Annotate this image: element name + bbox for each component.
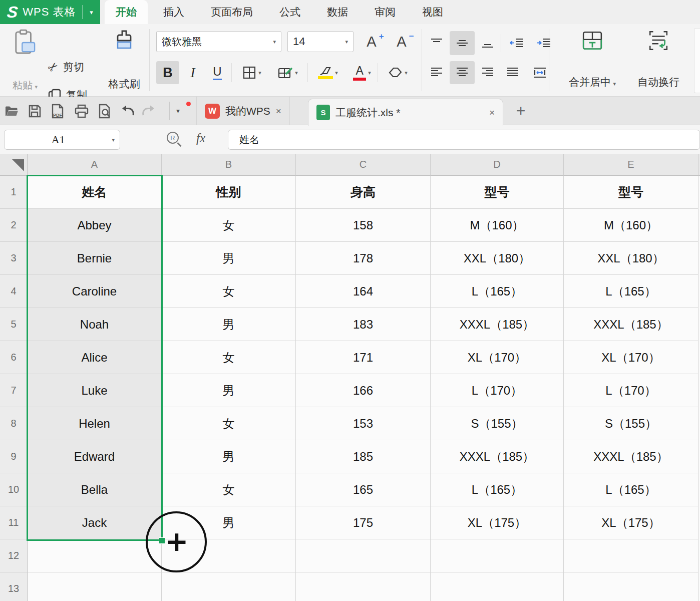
font-color-button[interactable]: A ▾ xyxy=(347,61,377,84)
clear-format-chevron-down-icon[interactable]: ▾ xyxy=(405,70,408,76)
row-header-13[interactable]: 13 xyxy=(0,572,28,601)
cell-C6[interactable]: 171 xyxy=(296,341,431,374)
font-size-select[interactable]: 14 ▾ xyxy=(287,31,354,52)
cell-A6[interactable]: Alice xyxy=(28,341,162,374)
cell-C11[interactable]: 175 xyxy=(296,506,431,539)
cell-E8[interactable]: S（155） xyxy=(564,407,698,440)
column-header-D[interactable]: D xyxy=(431,154,564,176)
select-all-button[interactable] xyxy=(0,154,28,176)
cell-E9[interactable]: XXXL（185） xyxy=(564,440,698,473)
font-name-chevron-down-icon[interactable]: ▾ xyxy=(273,39,276,45)
cell-A1[interactable]: 姓名 xyxy=(28,176,162,209)
row-header-5[interactable]: 5 xyxy=(0,308,28,341)
print-preview-button[interactable] xyxy=(97,104,112,119)
font-name-select[interactable]: 微软雅黑 ▾ xyxy=(156,31,281,52)
cell-C7[interactable]: 166 xyxy=(296,374,431,407)
cell-D7[interactable]: L（170） xyxy=(431,374,564,407)
highlight-chevron-down-icon[interactable]: ▾ xyxy=(335,70,338,76)
undo-button[interactable] xyxy=(120,104,135,119)
app-menu-chevron-down-icon[interactable]: ▾ xyxy=(82,5,100,19)
column-header-B[interactable]: B xyxy=(162,154,296,176)
cell-C9[interactable]: 185 xyxy=(296,440,431,473)
row-header-6[interactable]: 6 xyxy=(0,341,28,374)
cell-B9[interactable]: 男 xyxy=(162,440,296,473)
save-button[interactable] xyxy=(27,104,42,119)
doc-tab-document[interactable]: S 工服统计.xls * × xyxy=(308,99,503,126)
cell-D4[interactable]: L（165） xyxy=(431,275,564,308)
borders-button[interactable]: ▾ xyxy=(236,61,267,84)
decrease-font-button[interactable]: A− xyxy=(392,30,419,53)
close-icon[interactable]: × xyxy=(489,107,495,118)
merge-center-chevron-down-icon[interactable]: ▾ xyxy=(613,81,616,87)
cell-A12[interactable] xyxy=(28,539,162,572)
cell-D3[interactable]: XXL（180） xyxy=(431,242,564,275)
clear-format-button[interactable]: ▾ xyxy=(382,61,414,84)
paste-button[interactable]: 粘贴 ▾ xyxy=(5,28,45,92)
cell-B3[interactable]: 男 xyxy=(162,242,296,275)
cell-C8[interactable]: 153 xyxy=(296,407,431,440)
cell-C3[interactable]: 178 xyxy=(296,242,431,275)
cell-B7[interactable]: 男 xyxy=(162,374,296,407)
row-header-2[interactable]: 2 xyxy=(0,209,28,242)
row-header-1[interactable]: 1 xyxy=(0,176,28,209)
italic-button[interactable]: I xyxy=(182,61,203,84)
row-header-9[interactable]: 9 xyxy=(0,440,28,473)
align-right-button[interactable] xyxy=(477,61,499,84)
tab-insert[interactable]: 插入 xyxy=(152,0,195,24)
row-header-11[interactable]: 11 xyxy=(0,506,28,539)
redo-button[interactable] xyxy=(141,104,156,119)
borders-chevron-down-icon[interactable]: ▾ xyxy=(258,70,261,76)
cell-D6[interactable]: XL（170） xyxy=(431,341,564,374)
cell-B13[interactable] xyxy=(162,572,296,601)
name-box[interactable]: A1 ▾ xyxy=(4,130,120,150)
tab-home[interactable]: 开始 xyxy=(105,0,148,24)
cell-D12[interactable] xyxy=(431,539,564,572)
cell-E2[interactable]: M（160） xyxy=(564,209,698,242)
paste-chevron-down-icon[interactable]: ▾ xyxy=(35,84,38,90)
format-painter-button[interactable]: 格式刷 xyxy=(102,29,146,91)
cell-C12[interactable] xyxy=(296,539,431,572)
cell-A7[interactable]: Luke xyxy=(28,374,162,407)
cell-E13[interactable] xyxy=(564,572,698,601)
cell-E5[interactable]: XXXL（185） xyxy=(564,308,698,341)
cell-B5[interactable]: 男 xyxy=(162,308,296,341)
cell-A13[interactable] xyxy=(28,572,162,601)
cell-A9[interactable]: Edward xyxy=(28,440,162,473)
justify-button[interactable] xyxy=(501,61,525,84)
column-header-E[interactable]: E xyxy=(564,154,698,176)
insert-function-button[interactable]: fx xyxy=(196,131,205,145)
cell-C1[interactable]: 身高 xyxy=(296,176,431,209)
row-header-10[interactable]: 10 xyxy=(0,473,28,506)
tab-page-layout[interactable]: 页面布局 xyxy=(200,0,264,24)
export-pdf-button[interactable]: PDF xyxy=(50,104,65,119)
cell-E11[interactable]: XL（175） xyxy=(564,506,698,539)
draw-border-button[interactable]: ▾ xyxy=(271,61,304,84)
valign-top-button[interactable] xyxy=(426,32,448,54)
cell-A10[interactable]: Bella xyxy=(28,473,162,506)
row-header-7[interactable]: 7 xyxy=(0,374,28,407)
doc-tab-my-wps[interactable]: W 我的WPS × xyxy=(196,97,290,125)
cell-C13[interactable] xyxy=(296,572,431,601)
valign-middle-button[interactable] xyxy=(450,31,475,55)
tab-formulas[interactable]: 公式 xyxy=(268,0,311,24)
cell-B2[interactable]: 女 xyxy=(162,209,296,242)
cell-A8[interactable]: Helen xyxy=(28,407,162,440)
draw-border-chevron-down-icon[interactable]: ▾ xyxy=(295,70,298,76)
cell-D10[interactable]: L（165） xyxy=(431,473,564,506)
row-header-4[interactable]: 4 xyxy=(0,275,28,308)
row-header-3[interactable]: 3 xyxy=(0,242,28,275)
cell-D5[interactable]: XXXL（185） xyxy=(431,308,564,341)
cell-D2[interactable]: M（160） xyxy=(431,209,564,242)
cell-E12[interactable] xyxy=(564,539,698,572)
cell-C5[interactable]: 183 xyxy=(296,308,431,341)
cell-A3[interactable]: Bernie xyxy=(28,242,162,275)
cell-A2[interactable]: Abbey xyxy=(28,209,162,242)
align-left-button[interactable] xyxy=(426,61,448,84)
app-logo[interactable]: S WPS 表格 ▾ xyxy=(0,0,100,24)
increase-indent-button[interactable] xyxy=(531,32,557,54)
decrease-indent-button[interactable] xyxy=(504,32,530,54)
new-tab-button[interactable]: + xyxy=(511,101,531,121)
cell-D11[interactable]: XL（175） xyxy=(431,506,564,539)
align-center-button[interactable] xyxy=(450,61,475,84)
cell-C4[interactable]: 164 xyxy=(296,275,431,308)
